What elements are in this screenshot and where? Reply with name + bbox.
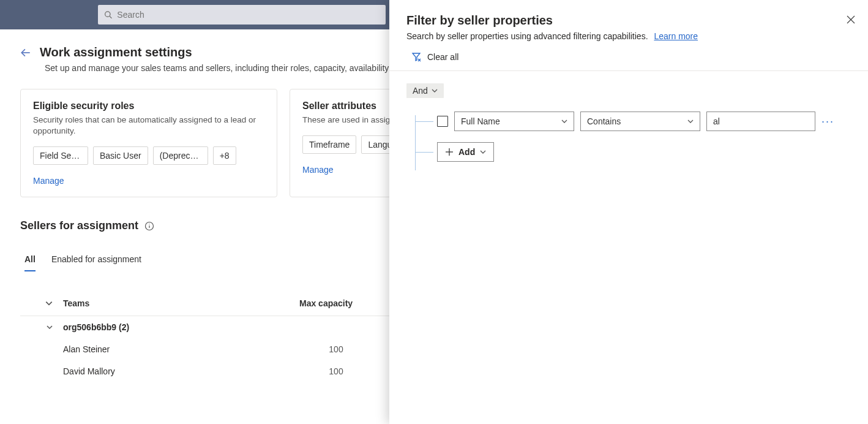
operator-select[interactable]: Contains [580, 112, 700, 131]
panel-desc-text: Search by seller properties using advanc… [406, 31, 648, 41]
value-input[interactable] [706, 112, 815, 131]
role-chip[interactable]: (Deprecate... [153, 146, 208, 165]
back-arrow-icon[interactable] [20, 47, 31, 58]
chevron-down-icon [480, 149, 486, 155]
filter-builder: And Full Name Contains ··· [406, 71, 851, 162]
page-title: Work assignment settings [40, 45, 192, 59]
svg-point-5 [149, 224, 149, 224]
add-condition-button[interactable]: Add [437, 142, 494, 162]
clear-filter-icon [411, 52, 421, 62]
group-operator-label: And [413, 86, 428, 96]
seller-capacity: 100 [299, 344, 373, 354]
sellers-title-text: Sellers for assignment [20, 219, 138, 232]
info-icon[interactable] [144, 221, 154, 231]
search-input[interactable] [117, 10, 380, 20]
panel-desc: Search by seller properties using advanc… [406, 31, 851, 41]
search-icon [104, 10, 112, 19]
chevron-down-icon [561, 118, 567, 124]
attr-chip[interactable]: Timeframe [302, 135, 356, 154]
tab-enabled[interactable]: Enabled for assignment [51, 254, 141, 271]
filter-panel: Filter by seller properties Search by se… [389, 0, 868, 424]
chevron-down-icon[interactable] [46, 324, 53, 331]
seller-name: Alan Steiner [58, 344, 299, 354]
group-operator-pill[interactable]: And [406, 83, 444, 98]
role-chip[interactable]: Basic User [93, 146, 148, 165]
col-capacity[interactable]: Max capacity [299, 298, 373, 308]
plus-icon [445, 148, 454, 156]
card-security-roles: Eligible security roles Security roles t… [20, 89, 277, 197]
condition-row: Full Name Contains ··· [437, 112, 851, 131]
more-options-icon[interactable]: ··· [821, 115, 834, 128]
role-chip-more[interactable]: +8 [213, 146, 236, 165]
chevron-down-icon [687, 118, 694, 124]
group-label: org506b6bb9 (2) [58, 322, 299, 332]
search-box[interactable] [98, 5, 386, 25]
field-select[interactable]: Full Name [454, 112, 574, 131]
card-desc: Security roles that can be automatically… [33, 115, 264, 137]
field-select-label: Full Name [461, 116, 500, 126]
seller-capacity: 100 [299, 366, 373, 376]
learn-more-link[interactable]: Learn more [654, 31, 698, 41]
manage-roles-link[interactable]: Manage [33, 176, 264, 186]
condition-checkbox[interactable] [437, 116, 448, 127]
clear-all-button[interactable]: Clear all [411, 52, 851, 70]
card-title: Eligible security roles [33, 100, 264, 112]
svg-line-1 [110, 17, 111, 18]
seller-name: David Mallory [58, 366, 299, 376]
clear-all-label: Clear all [427, 52, 458, 62]
panel-title: Filter by seller properties [406, 13, 851, 28]
role-chip[interactable]: Field Servic... [33, 146, 88, 165]
close-icon[interactable] [846, 15, 856, 25]
add-label: Add [458, 147, 475, 157]
operator-select-label: Contains [587, 116, 621, 126]
tab-all[interactable]: All [24, 254, 36, 271]
chevron-down-icon[interactable] [45, 299, 53, 308]
svg-point-0 [105, 12, 110, 17]
col-teams[interactable]: Teams [58, 298, 299, 308]
chevron-down-icon [432, 88, 438, 94]
